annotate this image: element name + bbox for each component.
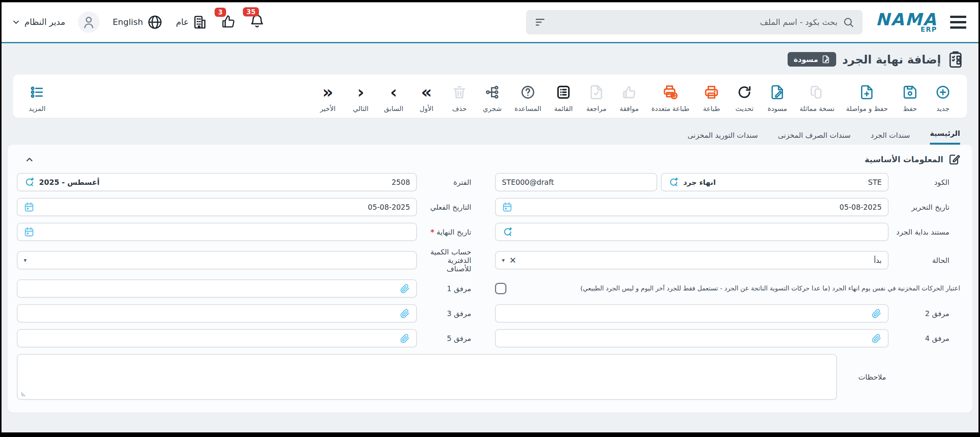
user-menu[interactable]: مدير النظام — [11, 17, 65, 27]
approvals-button[interactable]: 3 — [221, 14, 236, 31]
attachment-1-input[interactable] — [17, 279, 417, 298]
save-continue-button[interactable]: حفظ و مواصلة — [840, 84, 894, 113]
calendar-icon[interactable] — [502, 202, 513, 212]
consider-movements-label: اعتبار الحركات المخزنية في نفس يوم انهاء… — [512, 284, 960, 294]
period-name: أغسطس - 2025 — [39, 178, 99, 186]
edit-date-input[interactable]: 05-08-2025 — [495, 198, 889, 216]
next-icon: ‹ — [357, 84, 364, 101]
calendar-icon[interactable] — [24, 227, 34, 237]
copy-icon — [809, 84, 825, 101]
paperclip-icon[interactable] — [399, 283, 410, 294]
lookup-icon[interactable] — [502, 227, 513, 237]
caret-down-icon[interactable]: ▾ — [24, 257, 27, 264]
code-input[interactable]: STE انهاء جرد — [661, 173, 889, 191]
draft-button[interactable]: مسودة — [761, 84, 794, 113]
save-icon — [902, 84, 918, 101]
review-button[interactable]: مراجعة — [580, 84, 613, 113]
actual-date-input[interactable]: 05-08-2025 — [17, 198, 417, 216]
first-icon: » — [421, 84, 432, 101]
last-record-button[interactable]: « الأخير — [311, 84, 344, 113]
approve-button[interactable]: موافقة — [613, 84, 646, 113]
paperclip-icon[interactable] — [399, 308, 410, 319]
refresh-button[interactable]: تحديث — [728, 84, 761, 113]
new-icon — [935, 84, 951, 101]
language-switcher[interactable]: English — [112, 14, 163, 30]
user-name-label: مدير النظام — [24, 17, 65, 27]
edit-pad-icon — [948, 153, 961, 166]
attachment-5-input[interactable] — [17, 329, 417, 347]
delete-button[interactable]: حذف — [443, 84, 476, 113]
approve-icon — [622, 84, 637, 101]
calendar-icon[interactable] — [24, 202, 34, 212]
paperclip-icon[interactable] — [871, 308, 882, 319]
print-button[interactable]: طباعة — [695, 84, 728, 113]
more-icon — [29, 84, 45, 101]
draft-code-input[interactable]: STE000@draft — [495, 173, 657, 191]
hamburger-menu-icon[interactable] — [948, 13, 969, 31]
save-button[interactable]: حفظ — [894, 84, 926, 113]
tab-stock-receipt-vouchers[interactable]: سندات التوريد المخزنى — [688, 131, 758, 145]
attachment-3-label: مرفق 3 — [417, 309, 485, 318]
paperclip-icon[interactable] — [871, 333, 882, 344]
search-icon — [843, 16, 854, 28]
section-header: المعلومات الأساسية — [17, 151, 963, 173]
edit-date-value: 05-08-2025 — [517, 203, 882, 211]
attachment-3-input[interactable] — [17, 304, 417, 323]
nama-logo: NAMA ERP — [876, 11, 937, 33]
branch-selector[interactable]: عام — [176, 15, 208, 30]
field-attachment-3: مرفق 3 — [17, 304, 485, 323]
status-label: الحالة — [889, 256, 963, 264]
previous-record-button[interactable]: › السابق — [377, 84, 410, 113]
field-edit-date: تاريخ التحرير 05-08-2025 — [495, 198, 963, 216]
delete-icon — [452, 84, 467, 101]
page-header: إضافة نهاية الجرد مسودة — [2, 43, 978, 74]
field-attachment-1: مرفق 1 — [17, 279, 485, 298]
list-button[interactable]: القائمة — [547, 84, 580, 113]
draft-code-value: STE000@draft — [502, 178, 650, 186]
resize-handle-icon[interactable] — [21, 391, 26, 397]
collapse-section-button[interactable] — [19, 153, 40, 166]
status-select[interactable]: بدأ ✕ ▾ — [495, 251, 889, 269]
more-button[interactable]: المزيد — [21, 84, 54, 113]
help-button[interactable]: المساعدة — [509, 84, 547, 113]
consider-movements-checkbox[interactable] — [495, 283, 506, 294]
tab-bar: الرئيسية سندات الجرد سندات الصرف المخزنى… — [2, 121, 978, 145]
field-notes: ملاحظات — [17, 354, 963, 400]
notifications-button[interactable]: 35 — [249, 13, 265, 31]
field-attachment-2: مرفق 2 — [495, 304, 963, 323]
first-record-button[interactable]: » الأول — [410, 84, 443, 113]
book-qty-select[interactable]: ▾ — [17, 251, 417, 269]
status-badge: مسودة — [788, 52, 836, 67]
field-book-qty: حساب الكمية الدفترية للأصناف ▾ — [17, 248, 485, 273]
tab-stock-issue-vouchers[interactable]: سندات الصرف المخزنى — [778, 131, 851, 145]
avatar[interactable] — [78, 11, 99, 33]
caret-down-icon[interactable]: ▾ — [502, 257, 505, 264]
lookup-icon[interactable] — [668, 177, 679, 188]
field-start-doc: مستند بداية الجرد — [495, 223, 963, 241]
lookup-icon[interactable] — [24, 177, 34, 188]
paperclip-icon[interactable] — [399, 333, 410, 344]
duplicate-button[interactable]: نسخة مماثلة — [794, 84, 840, 113]
attachment-2-input[interactable] — [495, 304, 889, 323]
section-title: المعلومات الأساسية — [865, 155, 943, 164]
notes-textarea[interactable] — [17, 354, 837, 400]
tree-button[interactable]: شجري — [476, 84, 509, 113]
new-button[interactable]: جديد — [926, 84, 959, 113]
tab-inventory-vouchers[interactable]: سندات الجرد — [871, 131, 910, 145]
next-record-button[interactable]: ‹ التالي — [344, 84, 377, 113]
list-icon — [556, 84, 571, 101]
field-attachment-5: مرفق 5 — [17, 329, 485, 347]
start-doc-input[interactable] — [495, 223, 889, 241]
multi-print-button[interactable]: طباعة متعددة — [646, 84, 695, 113]
end-date-input[interactable] — [17, 223, 417, 241]
search-input[interactable] — [551, 18, 837, 27]
field-consider-movements: اعتبار الحركات المخزنية في نفس يوم انهاء… — [495, 279, 963, 298]
page-title: إضافة نهاية الجرد — [842, 53, 941, 66]
branch-label: عام — [176, 17, 189, 27]
attachment-4-input[interactable] — [495, 329, 889, 347]
clear-icon[interactable]: ✕ — [510, 256, 516, 265]
tab-main[interactable]: الرئيسية — [930, 129, 960, 145]
attachment-4-label: مرفق 4 — [889, 334, 963, 342]
filter-icon[interactable] — [534, 16, 546, 28]
period-input[interactable]: 2508 أغسطس - 2025 — [17, 173, 417, 191]
